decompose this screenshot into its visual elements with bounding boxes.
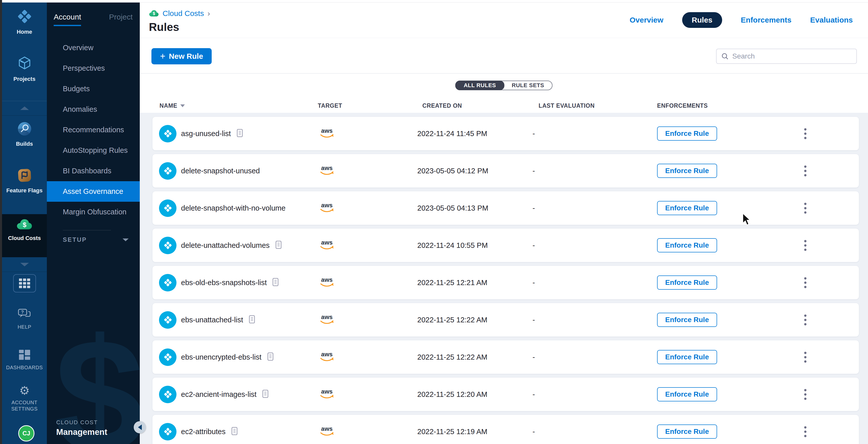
document-icon[interactable] [272,278,279,287]
document-icon[interactable] [262,389,269,399]
rail-item-account-settings[interactable]: ⚙ ACCOUNT SETTINGS [2,385,47,412]
document-icon[interactable] [267,352,274,362]
dashboards-icon [18,349,31,361]
rail-label: Cloud Costs [8,235,41,242]
rail-item-builds[interactable]: Builds [2,121,47,147]
svg-text:aws: aws [321,276,333,283]
table-row[interactable]: delete-snapshot-unused aws 2023-05-05 04… [152,154,859,187]
column-header-name[interactable]: NAME [152,102,318,109]
sidenav-item-budgets[interactable]: Budgets [47,79,140,99]
breadcrumb: $ Cloud Costs › [149,9,210,18]
document-icon[interactable] [237,129,243,138]
rule-name: ebs-unencrypted-ebs-list [181,353,261,361]
enforce-rule-button[interactable]: Enforce Rule [657,238,717,253]
enforce-rule-button[interactable]: Enforce Rule [657,201,717,215]
created-on-cell: 2023-05-05 04:12 PM [417,167,532,175]
enforce-rule-button[interactable]: Enforce Rule [657,424,717,439]
tab-project[interactable]: Project [109,13,132,26]
search-input[interactable] [732,52,852,60]
document-icon[interactable] [275,240,282,250]
sidenav-item-autostopping-rules[interactable]: AutoStopping Rules [47,140,140,161]
rule-name-cell: delete-snapshot-with-no-volume [152,200,318,217]
table-row[interactable]: ebs-unencrypted-ebs-list aws 2022-11-25 … [152,341,859,374]
page-tabs: OverviewRulesEnforcementsEvaluations [629,12,853,28]
table-row[interactable]: ebs-unattached-list aws 2022-11-25 12:22… [152,303,859,336]
kebab-menu-icon[interactable] [802,200,809,216]
rules-toggle[interactable]: ALL RULES RULE SETS [455,81,553,90]
sidenav-collapse-button[interactable] [134,421,146,433]
table-row[interactable]: delete-snapshot-with-no-volume aws 2023-… [152,191,859,225]
module-picker-button[interactable] [13,274,36,292]
kebab-menu-icon[interactable] [802,275,809,291]
toggle-rule-sets[interactable]: RULE SETS [504,81,552,90]
page-tab-rules[interactable]: Rules [682,12,722,28]
target-cell: aws [318,126,417,141]
rail-item-help[interactable]: ? HELP [2,308,47,330]
rail-item-feature-flags[interactable]: Feature Flags [2,168,47,194]
table-row[interactable]: ec2-ancient-images-list aws 2022-11-25 1… [152,378,859,411]
kebab-menu-icon[interactable] [802,126,809,142]
created-on-cell: 2022-11-25 12:19 AM [417,427,532,436]
table-row[interactable]: asg-unused-list aws 2022-11-24 11:45 PM … [152,117,859,150]
svg-text:?: ? [21,310,24,315]
svg-text:$: $ [23,221,26,229]
kebab-menu-icon[interactable] [802,386,809,403]
sidenav-item-asset-governance[interactable]: Asset Governance [47,181,140,202]
tab-account[interactable]: Account [54,13,81,26]
table-row[interactable]: ec2-attributes aws 2022-11-25 12:19 AM -… [152,415,859,444]
rule-name-cell: ebs-unencrypted-ebs-list [152,349,318,366]
kebab-menu-icon[interactable] [802,237,809,254]
rule-name-cell: delete-snapshot-unused [152,162,318,180]
sidenav-item-recommendations[interactable]: Recommendations [47,120,140,140]
rule-name: asg-unused-list [181,129,231,138]
sidenav-item-perspectives[interactable]: Perspectives [47,58,140,79]
kebab-menu-icon[interactable] [802,312,809,328]
sidenav-item-overview[interactable]: Overview [47,37,140,58]
rail-item-home[interactable]: Home [2,9,47,35]
enforce-rule-button[interactable]: Enforce Rule [657,164,717,178]
enforce-rule-button[interactable]: Enforce Rule [657,275,717,290]
rail-item-projects[interactable]: Projects [2,56,47,83]
document-icon[interactable] [231,427,238,436]
rule-icon [159,125,177,142]
rule-icon [159,386,177,403]
sidenav-item-setup[interactable]: SETUP [63,236,129,243]
svg-text:aws: aws [321,314,333,320]
chevron-down-icon [20,263,29,266]
page-tab-enforcements[interactable]: Enforcements [741,16,792,24]
cloud-costs-sidenav: $ Account Project OverviewPerspectivesBu… [47,3,140,444]
table-row[interactable]: delete-unattached-volumes aws 2022-11-24… [152,229,859,262]
new-rule-button[interactable]: + New Rule [151,48,212,64]
svg-text:aws: aws [321,127,333,134]
rail-item-cloud-costs[interactable]: $ Cloud Costs [2,218,47,242]
kebab-menu-icon[interactable] [802,349,809,365]
window-edge [0,0,2,444]
home-icon [17,9,32,25]
toggle-all-rules[interactable]: ALL RULES [455,81,504,90]
sidenav-item-margin-obfuscation[interactable]: Margin Obfuscation [47,202,140,222]
gear-icon: ⚙ [19,385,30,396]
user-avatar[interactable]: CJ [18,425,34,441]
rule-name-cell: asg-unused-list [152,125,318,142]
enforce-rule-button[interactable]: Enforce Rule [657,313,717,327]
enforce-rule-button[interactable]: Enforce Rule [657,387,717,402]
rail-scroll-up[interactable] [2,101,47,116]
rail-item-dashboards[interactable]: DASHBOARDS [2,349,47,371]
kebab-menu-icon[interactable] [802,163,809,179]
rule-name: delete-snapshot-with-no-volume [181,204,286,212]
rule-name-cell: ec2-ancient-images-list [152,386,318,403]
enforce-rule-button[interactable]: Enforce Rule [657,350,717,364]
document-icon[interactable] [249,315,255,325]
cloud-costs-breadcrumb-icon: $ [149,10,159,17]
page-tab-overview[interactable]: Overview [629,16,663,24]
breadcrumb-link[interactable]: Cloud Costs [162,9,204,18]
rail-label: Projects [13,76,35,83]
page-tab-evaluations[interactable]: Evaluations [810,16,853,24]
table-row[interactable]: ebs-old-ebs-snapshots-list aws 2022-11-2… [152,266,859,299]
rail-scroll-down[interactable] [2,257,47,272]
sidenav-item-anomalies[interactable]: Anomalies [47,99,140,120]
enforce-rule-button[interactable]: Enforce Rule [657,126,717,141]
aws-logo-icon: aws [318,424,336,438]
sidenav-item-bi-dashboards[interactable]: BI Dashboards [47,161,140,181]
kebab-menu-icon[interactable] [802,424,809,440]
